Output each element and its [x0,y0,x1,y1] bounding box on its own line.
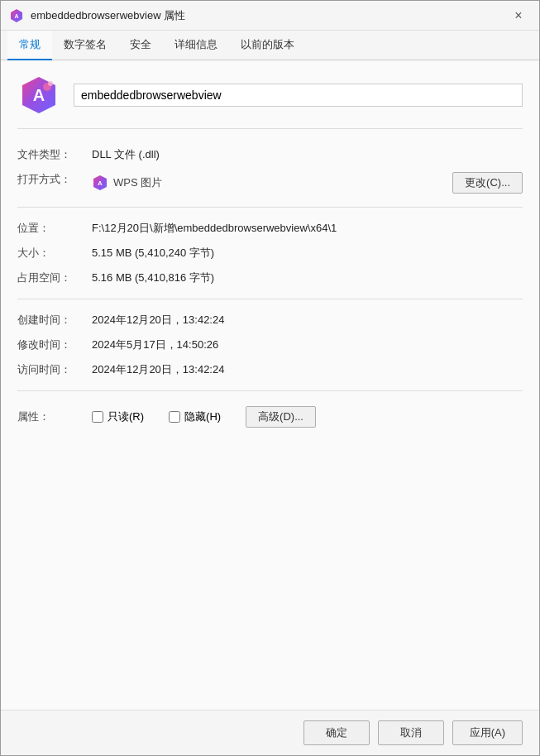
location-row: 位置： F:\12月20日\新增\embeddedbrowserwebview\… [17,216,523,241]
tab-security[interactable]: 安全 [118,31,163,60]
open-with-app-name: WPS 图片 [113,175,162,190]
divider-1 [17,207,523,208]
tab-general[interactable]: 常规 [7,31,52,60]
disk-usage-value: 5.16 MB (5,410,816 字节) [92,270,523,285]
open-with-label: 打开方式： [17,172,92,187]
svg-point-3 [48,81,53,86]
tab-previous-versions[interactable]: 以前的版本 [229,31,306,60]
file-type-value: DLL 文件 (.dll) [92,147,523,162]
file-header: A [17,74,523,129]
hidden-checkbox-label[interactable]: 隐藏(H) [169,409,221,424]
size-row: 大小： 5.15 MB (5,410,240 字节) [17,241,523,266]
file-type-label: 文件类型： [17,147,92,162]
tab-bar: 常规 数字签名 安全 详细信息 以前的版本 [1,31,539,60]
title-bar-icon: A [9,8,24,23]
footer: 确定 取消 应用(A) [1,710,539,755]
disk-usage-row: 占用空间： 5.16 MB (5,410,816 字节) [17,266,523,290]
ok-button[interactable]: 确定 [303,720,370,745]
modified-row: 修改时间： 2024年5月17日，14:50:26 [17,333,523,357]
svg-text:A: A [14,13,18,19]
size-label: 大小： [17,246,92,261]
title-bar: A embeddedbrowserwebview 属性 × [1,1,539,31]
tab-digital-signature[interactable]: 数字签名 [52,31,118,60]
open-with-container: A WPS 图片 更改(C)... [92,172,523,194]
location-label: 位置： [17,221,92,236]
size-value: 5.15 MB (5,410,240 字节) [92,246,523,261]
accessed-label: 访问时间： [17,362,92,377]
location-value: F:\12月20日\新增\embeddedbrowserwebview\x64\… [92,221,523,236]
attributes-label: 属性： [17,409,92,424]
change-app-button[interactable]: 更改(C)... [452,172,523,194]
title-bar-title: embeddedbrowserwebview 属性 [31,8,506,23]
content-area: A 文件类型： DLL 文件 (.dll) 打开方式： [1,60,539,710]
file-icon: A [19,75,59,115]
divider-2 [17,299,523,299]
properties-window: A embeddedbrowserwebview 属性 × 常规 数字签名 安全… [0,0,540,756]
attributes-options: 只读(R) 隐藏(H) 高级(D)... [92,406,523,428]
close-button[interactable]: × [506,5,531,26]
disk-usage-label: 占用空间： [17,270,92,285]
tab-details[interactable]: 详细信息 [163,31,229,60]
file-icon-container: A [17,74,60,117]
svg-text:A: A [98,179,103,187]
created-row: 创建时间： 2024年12月20日，13:42:24 [17,308,523,333]
advanced-button[interactable]: 高级(D)... [246,406,316,428]
divider-3 [17,390,523,391]
accessed-row: 访问时间： 2024年12月20日，13:42:24 [17,357,523,382]
created-label: 创建时间： [17,313,92,328]
modified-value: 2024年5月17日，14:50:26 [92,337,523,352]
attributes-row: 属性： 只读(R) 隐藏(H) 高级(D)... [17,400,523,434]
open-with-app-icon: A [92,175,108,191]
apply-button[interactable]: 应用(A) [452,720,523,745]
readonly-checkbox[interactable] [92,411,103,423]
file-type-row: 文件类型： DLL 文件 (.dll) [17,142,523,167]
open-with-app: A WPS 图片 [92,175,452,191]
svg-text:A: A [33,86,45,104]
file-name-input[interactable] [74,84,523,107]
readonly-checkbox-label[interactable]: 只读(R) [92,409,144,424]
accessed-value: 2024年12月20日，13:42:24 [92,362,523,377]
modified-label: 修改时间： [17,337,92,352]
hidden-checkbox[interactable] [169,411,180,423]
created-value: 2024年12月20日，13:42:24 [92,313,523,328]
cancel-button[interactable]: 取消 [378,720,444,745]
open-with-row: 打开方式： A [17,167,523,199]
readonly-label: 只读(R) [108,409,144,424]
hidden-label: 隐藏(H) [184,409,221,424]
